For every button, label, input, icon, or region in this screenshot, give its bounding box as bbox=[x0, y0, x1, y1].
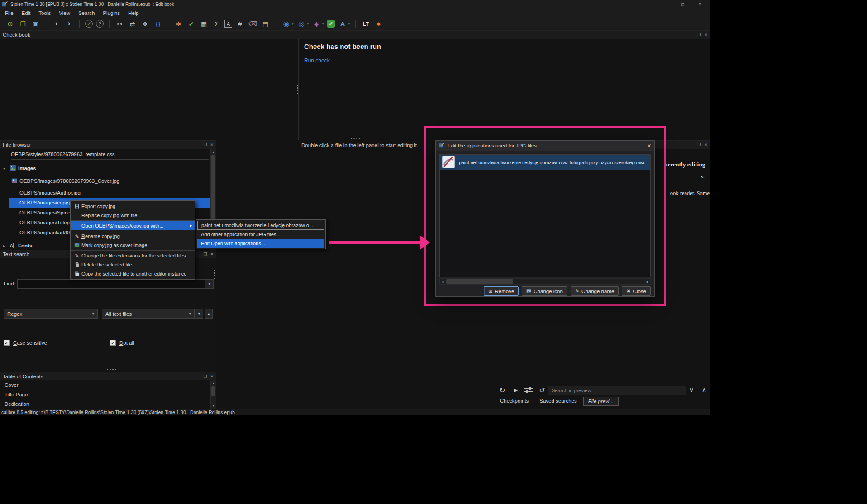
new-file-icon[interactable]: ⊕ bbox=[5, 19, 15, 29]
close-panel-icon[interactable]: ✕ bbox=[704, 143, 708, 147]
splitter-handle[interactable] bbox=[351, 138, 360, 139]
toc-scrollbar[interactable]: ▲ ▼ bbox=[210, 380, 216, 409]
splitter-handle[interactable] bbox=[297, 85, 298, 94]
dialog-close-icon[interactable]: ✕ bbox=[647, 143, 651, 149]
float-panel-icon[interactable]: ❐ bbox=[203, 252, 207, 257]
anchor-icon[interactable]: A bbox=[224, 20, 232, 28]
search-previous-icon[interactable]: ∧ bbox=[699, 385, 710, 395]
expand-arrow-icon[interactable]: ▸ bbox=[3, 244, 5, 248]
toc-item[interactable]: Title Page bbox=[0, 390, 216, 399]
maximize-icon[interactable]: □ bbox=[674, 0, 691, 9]
open-book-icon[interactable]: ❐ bbox=[18, 19, 28, 29]
applications-list-hscrollbar[interactable]: ◀ ▶ bbox=[439, 278, 651, 285]
scrollbar-thumb[interactable] bbox=[211, 386, 215, 396]
close-icon[interactable]: ✕ bbox=[691, 0, 709, 9]
application-list-item-selected[interactable]: paint.net umożliwia tworzenie i edycję o… bbox=[440, 155, 650, 170]
checkbox-check-icon[interactable]: ✓ bbox=[4, 340, 10, 346]
file-row[interactable]: OEBPS/styles/9780062679963_template.css bbox=[0, 149, 210, 159]
scroll-up-icon[interactable]: ▲ bbox=[211, 380, 216, 386]
back-icon[interactable]: ‹ bbox=[52, 19, 61, 29]
scroll-up-icon[interactable]: ▲ bbox=[211, 149, 216, 155]
search-next-icon[interactable]: ∨ bbox=[686, 385, 697, 395]
help-icon[interactable]: ? bbox=[96, 20, 104, 28]
reload-preview-icon[interactable]: ↺ bbox=[537, 385, 548, 395]
menu-edit[interactable]: Edit bbox=[18, 9, 35, 17]
toc-item[interactable]: Cover bbox=[0, 380, 216, 390]
insert-id-icon[interactable]: # bbox=[235, 19, 245, 29]
checkbox-check-icon[interactable]: ✓ bbox=[110, 340, 116, 346]
change-icon-button[interactable]: Change icon bbox=[522, 286, 567, 296]
float-panel-icon[interactable]: ❐ bbox=[203, 374, 207, 379]
chevron-down-icon[interactable]: ▾ bbox=[348, 22, 350, 26]
splitter-handle[interactable] bbox=[214, 270, 215, 279]
fix-html-icon[interactable]: ◎ bbox=[297, 19, 306, 29]
float-panel-icon[interactable]: ❐ bbox=[697, 143, 701, 147]
tab-file-preview[interactable]: File previ... bbox=[583, 397, 619, 406]
embed-font-icon[interactable]: A bbox=[338, 19, 348, 29]
remove-button[interactable]: ⊠ Remove bbox=[484, 286, 519, 296]
float-panel-icon[interactable]: ❐ bbox=[697, 33, 701, 37]
scroll-right-icon[interactable]: ▶ bbox=[645, 279, 650, 284]
chevron-down-icon[interactable]: ▾ bbox=[292, 22, 294, 26]
minimize-icon[interactable]: — bbox=[657, 0, 674, 9]
chevron-down-icon[interactable]: ▾ bbox=[322, 22, 324, 26]
scroll-left-icon[interactable]: ◀ bbox=[440, 279, 445, 284]
menu-item-change-extensions[interactable]: ✎ Change the file extensions for the sel… bbox=[71, 251, 195, 260]
scrollbar-thumb[interactable] bbox=[446, 279, 513, 284]
close-panel-icon[interactable]: ✕ bbox=[210, 143, 214, 147]
close-button[interactable]: ✖ Close bbox=[622, 286, 651, 296]
menu-item-mark-cover[interactable]: Mark copy.jpg as cover image bbox=[71, 241, 195, 250]
dot-all-checkbox[interactable]: ✓ Dot all bbox=[110, 340, 134, 346]
chevron-down-icon[interactable]: ▾ bbox=[307, 22, 309, 26]
section-row-images[interactable]: ▾ Images bbox=[0, 163, 210, 173]
remove-css-icon[interactable]: ⌫ bbox=[248, 19, 257, 29]
menu-search[interactable]: Search bbox=[74, 9, 99, 17]
tab-saved-searches[interactable]: Saved searches bbox=[535, 397, 581, 405]
close-panel-icon[interactable]: ✕ bbox=[210, 374, 214, 379]
menu-item-copy-to-instance[interactable]: Copy the selected file to another editor… bbox=[71, 269, 195, 278]
scroll-down-icon[interactable]: ▼ bbox=[211, 403, 216, 409]
menu-view[interactable]: View bbox=[55, 9, 74, 17]
expand-arrow-icon[interactable]: ▾ bbox=[3, 166, 5, 171]
donate-icon[interactable]: ✓ bbox=[85, 20, 93, 28]
arrange-files-icon[interactable]: ✂ bbox=[115, 19, 124, 29]
manage-files-icon[interactable]: ❖ bbox=[140, 19, 150, 29]
refresh-preview-icon[interactable]: ↻ bbox=[497, 385, 508, 395]
preview-search-input[interactable] bbox=[548, 386, 686, 395]
search-scope-select[interactable]: All text files ▾ bbox=[102, 309, 195, 319]
menu-help[interactable]: Help bbox=[124, 9, 143, 17]
search-mode-select[interactable]: Regex ▾ bbox=[4, 309, 98, 319]
submenu-item-edit-open-with[interactable]: Edit Open with applications... bbox=[197, 239, 324, 248]
menu-tools[interactable]: Tools bbox=[34, 9, 55, 17]
special-char-icon[interactable]: Σ bbox=[212, 19, 221, 29]
compare-icon[interactable]: ⇄ bbox=[128, 19, 137, 29]
find-previous-button[interactable]: ▴ bbox=[205, 309, 213, 319]
tab-checkpoints[interactable]: Checkpoints bbox=[495, 397, 533, 405]
clipboard-icon[interactable]: ▤ bbox=[261, 19, 270, 29]
menu-item-export[interactable]: Export copy.jpg bbox=[71, 202, 195, 211]
ace-icon[interactable]: ● bbox=[374, 19, 383, 29]
file-row[interactable]: OEBPS/images/9780062679963_Cover.jpg bbox=[0, 176, 210, 186]
transform-icon[interactable]: ◈ bbox=[312, 19, 321, 29]
spell-check-icon[interactable]: ✔ bbox=[186, 19, 196, 29]
find-next-button[interactable]: ▾ bbox=[195, 309, 203, 319]
languagetool-icon[interactable]: LT bbox=[361, 19, 371, 29]
menu-item-rename[interactable]: ✎ Rename copy.jpg bbox=[71, 232, 195, 241]
run-check-link[interactable]: Run check bbox=[304, 57, 330, 64]
menu-item-open-with[interactable]: Open OEBPS/images/copy.jpg with... ▶ bbox=[71, 221, 195, 230]
find-input[interactable] bbox=[17, 279, 205, 289]
file-row[interactable]: OEBPS/images/Author.jpg bbox=[0, 188, 210, 198]
menu-plugins[interactable]: Plugins bbox=[99, 9, 124, 17]
reports-icon[interactable]: ▦ bbox=[199, 19, 209, 29]
braces-icon[interactable]: { } bbox=[153, 19, 162, 29]
preview-settings-icon[interactable] bbox=[523, 385, 534, 395]
check-book-icon[interactable]: ✱ bbox=[174, 19, 183, 29]
menu-item-delete[interactable]: Delete the selected file bbox=[71, 260, 195, 269]
check-results-list[interactable] bbox=[0, 39, 299, 140]
submenu-item-paintnet[interactable]: paint.net umożliwia tworzenie i edycję o… bbox=[197, 221, 324, 230]
case-sensitive-checkbox[interactable]: ✓ Case sensitive bbox=[4, 340, 47, 346]
forward-icon[interactable]: › bbox=[64, 19, 74, 29]
auto-reload-icon[interactable]: ▶ bbox=[510, 385, 521, 395]
smarten-icon[interactable]: ◉ bbox=[281, 19, 291, 29]
save-book-icon[interactable]: ▣ bbox=[31, 19, 40, 29]
